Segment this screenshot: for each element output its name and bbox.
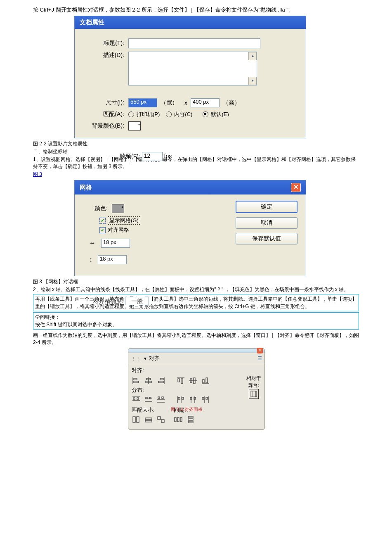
label-bgcolor: 背景颜色(B): bbox=[83, 122, 124, 130]
scale-text: 画一组直线作为数轴的刻度，选中刻度，用【缩放工具】将其缩小到适宜程度。选中轴和刻… bbox=[33, 332, 359, 346]
svg-rect-46 bbox=[158, 417, 161, 420]
svg-rect-10 bbox=[178, 379, 179, 382]
panel-menu-icon[interactable]: ☰ bbox=[257, 356, 262, 361]
match-width-icon[interactable] bbox=[132, 415, 141, 424]
caption-2-2: 图 2-2 设置影片文档属性 bbox=[33, 140, 359, 147]
radio-default-label: 默认(E) bbox=[211, 111, 229, 118]
label-accuracy: 对齐精确度: 一般 bbox=[93, 297, 149, 306]
stage-label1: 相对于 bbox=[246, 375, 261, 382]
svg-rect-33 bbox=[182, 397, 184, 399]
grid-dialog-title: 网格 bbox=[80, 184, 92, 192]
description-input[interactable]: ▴ ▾ bbox=[128, 52, 257, 85]
grid-v-input[interactable]: 18 px bbox=[98, 255, 127, 264]
scroll-up-icon[interactable]: ▴ bbox=[248, 52, 257, 60]
svg-rect-17 bbox=[206, 378, 208, 383]
svg-rect-8 bbox=[158, 381, 163, 383]
checkbox-snap-grid[interactable]: ✓ 对齐网格 bbox=[99, 226, 236, 234]
space-h-icon[interactable] bbox=[174, 415, 183, 424]
horizontal-arrow-icon bbox=[89, 240, 98, 247]
height-label: （高） bbox=[223, 99, 240, 107]
svg-rect-1 bbox=[134, 378, 137, 380]
svg-rect-40 bbox=[206, 397, 208, 399]
collapse-icon[interactable]: ▼ bbox=[143, 356, 147, 361]
label-grid-color: 颜色: bbox=[83, 205, 108, 212]
svg-rect-48 bbox=[175, 417, 176, 422]
dist-hcenter-icon[interactable] bbox=[189, 395, 198, 404]
svg-rect-27 bbox=[162, 397, 163, 398]
checkbox-snap-label: 对齐网格 bbox=[108, 226, 129, 234]
scroll-down-icon[interactable]: ▾ bbox=[248, 77, 257, 85]
align-left-icon[interactable] bbox=[132, 376, 141, 385]
distribute-section: 分布: bbox=[132, 387, 242, 394]
svg-rect-11 bbox=[181, 379, 183, 384]
tip-title: 学问链接： bbox=[35, 313, 357, 321]
match-both-icon[interactable] bbox=[156, 415, 165, 424]
radio-default[interactable]: 默认(E) bbox=[203, 111, 229, 118]
dist-bottom-icon[interactable] bbox=[156, 395, 165, 404]
draw-x-text: 2、绘制 x 轴。选择工具箱中的线条【线条工具】，在【属性】面板中，设置粗细为"… bbox=[33, 286, 359, 293]
svg-rect-51 bbox=[188, 416, 193, 418]
svg-rect-49 bbox=[177, 417, 179, 422]
radio-printer-label: 打印机(P) bbox=[137, 111, 160, 118]
svg-rect-42 bbox=[133, 417, 135, 422]
close-icon[interactable]: ✕ bbox=[291, 183, 301, 192]
grid-color-swatch[interactable] bbox=[112, 204, 124, 213]
panel-close-icon[interactable]: ✕ bbox=[257, 348, 263, 353]
match-section: 匹配大小: bbox=[132, 406, 165, 414]
vertical-arrow-icon bbox=[89, 256, 94, 263]
radio-content[interactable]: 内容(C) bbox=[166, 111, 192, 118]
svg-rect-20 bbox=[137, 398, 139, 399]
arrow-instruction: 再用【线条工具】画一个三角形，填充色为黑色，用【箭头工具】选中三角形的边线，将其… bbox=[33, 294, 359, 311]
tip-box: 学问链接： 按住 Shift 键可以同时选中多个对象。 bbox=[33, 312, 359, 330]
title-input[interactable] bbox=[128, 38, 260, 48]
svg-rect-38 bbox=[202, 397, 204, 399]
checkbox-show-grid[interactable]: ✓ 显示网格(G) bbox=[99, 216, 236, 225]
grid-h-input[interactable]: 18 px bbox=[101, 239, 130, 248]
svg-rect-2 bbox=[134, 381, 139, 383]
align-vcenter-icon[interactable] bbox=[189, 376, 198, 385]
height-input[interactable]: 400 px bbox=[191, 98, 220, 107]
align-right-icon[interactable] bbox=[156, 376, 165, 385]
align-bottom-icon[interactable] bbox=[201, 376, 210, 385]
dist-vcenter-icon[interactable] bbox=[144, 395, 153, 404]
doc-dialog-title: 文档属性 bbox=[75, 16, 306, 29]
accuracy-select[interactable]: 一般 bbox=[125, 297, 149, 305]
caption-3: 图 3 【网格】对话框 bbox=[33, 278, 359, 285]
save-default-button[interactable]: 保存默认值 bbox=[236, 233, 298, 244]
align-hcenter-icon[interactable] bbox=[144, 376, 153, 385]
dist-top-icon[interactable] bbox=[132, 395, 141, 404]
to-stage-icon[interactable] bbox=[249, 389, 259, 399]
svg-rect-52 bbox=[188, 419, 193, 420]
checkbox-show-label: 显示网格(G) bbox=[108, 216, 140, 225]
svg-rect-44 bbox=[145, 418, 152, 420]
ok-button[interactable]: 确定 bbox=[236, 201, 298, 213]
svg-rect-16 bbox=[203, 379, 204, 383]
grip-icon[interactable]: ⋮⋮ bbox=[131, 356, 142, 362]
label-fps: 帧频(F): 12 fps bbox=[120, 152, 172, 161]
svg-rect-53 bbox=[188, 421, 193, 423]
space-v-icon[interactable] bbox=[186, 415, 195, 424]
dist-left-icon[interactable] bbox=[176, 395, 185, 404]
dist-right-icon[interactable] bbox=[201, 395, 210, 404]
svg-rect-54 bbox=[251, 391, 257, 397]
fps-input[interactable]: 12 bbox=[142, 152, 163, 161]
width-input[interactable]: 550 px bbox=[128, 98, 157, 107]
size-x: x bbox=[184, 100, 187, 106]
bgcolor-swatch[interactable] bbox=[128, 121, 141, 130]
svg-rect-50 bbox=[180, 417, 182, 422]
align-panel: ✕ ⋮⋮ ▼ 对齐 ☰ 对齐: 分布: bbox=[128, 348, 265, 430]
label-match: 匹配(A): bbox=[83, 111, 124, 118]
svg-rect-19 bbox=[133, 398, 135, 399]
align-top-icon[interactable] bbox=[176, 376, 185, 385]
match-height-icon[interactable] bbox=[144, 415, 153, 424]
tip-body: 按住 Shift 键可以同时选中多个对象。 bbox=[35, 321, 357, 328]
cancel-button[interactable]: 取消 bbox=[236, 217, 298, 229]
intro-text: 按 Ctrl+J 翻开文档属性对话框，参数如图 2-2 所示，选择【文件】 | … bbox=[33, 6, 359, 14]
svg-rect-45 bbox=[145, 420, 152, 422]
radio-printer[interactable]: 打印机(P) bbox=[128, 111, 160, 118]
label-desc: 描述(D): bbox=[83, 52, 124, 59]
align-section: 对齐: bbox=[132, 367, 261, 374]
width-label: （宽） bbox=[161, 99, 178, 107]
figure-3-link[interactable]: 图 3 bbox=[33, 171, 42, 177]
svg-rect-26 bbox=[158, 397, 160, 398]
